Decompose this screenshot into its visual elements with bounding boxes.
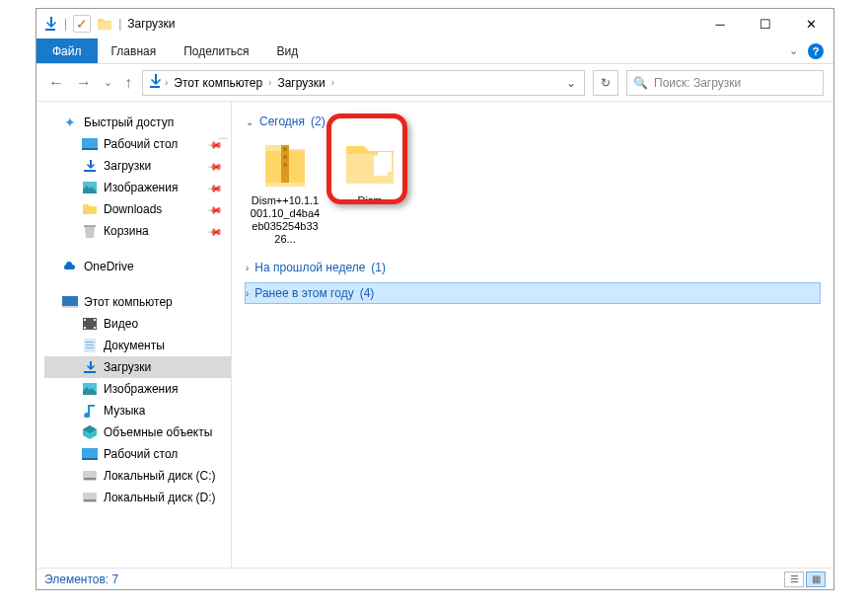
star-icon: ✦ bbox=[62, 115, 78, 130]
svg-rect-15 bbox=[86, 342, 94, 343]
minimize-button[interactable]: ─ bbox=[697, 9, 743, 38]
group-header[interactable]: › Ранее в этом году (4) bbox=[246, 283, 820, 303]
sidebar-item-downloads-en[interactable]: Downloads📌 bbox=[44, 198, 231, 220]
svg-rect-8 bbox=[62, 306, 78, 308]
sidebar-quick-access[interactable]: ✦ Быстрый доступ bbox=[44, 112, 231, 133]
svg-rect-6 bbox=[84, 225, 96, 227]
svg-rect-7 bbox=[62, 296, 78, 306]
file-tab[interactable]: Файл bbox=[36, 38, 98, 63]
sidebar-item-downloads[interactable]: Загрузки📌 bbox=[44, 155, 231, 177]
breadcrumb[interactable]: Загрузки bbox=[273, 76, 328, 90]
pictures-icon bbox=[82, 381, 98, 397]
navigation-pane: ✦ Быстрый доступ Рабочий стол📌 Загрузки📌… bbox=[36, 102, 232, 568]
group-label: Ранее в этом году bbox=[254, 286, 353, 300]
back-button[interactable]: ← bbox=[46, 74, 66, 92]
sidebar-scrollbar[interactable]: — bbox=[215, 102, 231, 568]
search-box[interactable]: 🔍 Поиск: Загрузки bbox=[626, 70, 824, 96]
help-icon[interactable]: ? bbox=[808, 43, 824, 59]
video-icon bbox=[82, 316, 98, 332]
group-last-week: › На прошлой неделе (1) bbox=[246, 258, 820, 277]
group-header[interactable]: ⌄ Сегодня (2) bbox=[246, 112, 820, 131]
file-label: Dism bbox=[357, 194, 382, 207]
svg-rect-0 bbox=[45, 29, 55, 31]
sidebar-this-pc[interactable]: Этот компьютер bbox=[44, 291, 231, 313]
search-placeholder: Поиск: Загрузки bbox=[654, 76, 741, 90]
status-items: Элементов: 7 bbox=[44, 573, 118, 586]
download-arrow-icon bbox=[82, 359, 98, 375]
chevron-right-icon: › bbox=[246, 288, 249, 299]
sidebar-item-desktop[interactable]: Рабочий стол bbox=[44, 443, 231, 465]
group-label: На прошлой неделе bbox=[254, 261, 365, 274]
svg-rect-25 bbox=[84, 499, 96, 501]
up-button[interactable]: ↑ bbox=[122, 74, 134, 92]
sidebar-item-trash[interactable]: Корзина📌 bbox=[44, 220, 231, 242]
svg-rect-3 bbox=[82, 148, 98, 150]
disk-icon bbox=[82, 490, 98, 505]
group-earlier-year: › Ранее в этом году (4) bbox=[246, 283, 820, 303]
svg-rect-1 bbox=[150, 86, 160, 88]
music-icon bbox=[82, 403, 98, 419]
details-view-button[interactable]: ☰ bbox=[784, 572, 804, 587]
svg-rect-16 bbox=[86, 344, 94, 345]
desktop-icon bbox=[82, 136, 98, 152]
sidebar-item-downloads[interactable]: Загрузки bbox=[44, 356, 231, 378]
chevron-right-icon[interactable]: › bbox=[268, 77, 271, 88]
download-arrow-icon bbox=[147, 73, 163, 92]
title-bar[interactable]: | ✓ | Загрузки ─ ☐ ✕ bbox=[36, 9, 833, 38]
sidebar-item-pictures[interactable]: Изображения📌 bbox=[44, 177, 231, 198]
separator: | bbox=[118, 17, 121, 31]
content-pane[interactable]: ⌄ Сегодня (2) Dism++10.1.1001.10_d4ba4eb… bbox=[232, 102, 833, 568]
svg-rect-28 bbox=[283, 155, 287, 159]
sidebar-item-documents[interactable]: Документы bbox=[44, 335, 231, 356]
chevron-right-icon: › bbox=[246, 263, 249, 273]
ribbon-tab-home[interactable]: Главная bbox=[98, 38, 171, 63]
explorer-window: | ✓ | Загрузки ─ ☐ ✕ Файл Главная Подели… bbox=[36, 8, 834, 590]
group-header[interactable]: › На прошлой неделе (1) bbox=[246, 258, 820, 277]
svg-rect-13 bbox=[94, 327, 96, 329]
sidebar-item-pictures[interactable]: Изображения bbox=[44, 378, 231, 400]
group-count: (4) bbox=[360, 286, 375, 300]
check-icon[interactable]: ✓ bbox=[73, 15, 91, 33]
chevron-right-icon[interactable]: › bbox=[331, 77, 334, 88]
file-label: Dism++10.1.1001.10_d4ba4eb035254b3326... bbox=[250, 194, 321, 246]
sidebar-onedrive[interactable]: OneDrive bbox=[44, 256, 231, 277]
folder-icon bbox=[97, 17, 112, 31]
svg-rect-27 bbox=[283, 147, 287, 151]
file-item-folder[interactable]: Dism bbox=[334, 137, 405, 246]
expand-ribbon-icon[interactable]: ⌄ bbox=[789, 44, 798, 57]
svg-rect-10 bbox=[84, 319, 86, 321]
refresh-button[interactable]: ↻ bbox=[593, 70, 618, 96]
sidebar-item-3d[interactable]: Объемные объекты bbox=[44, 421, 231, 443]
close-button[interactable]: ✕ bbox=[788, 9, 833, 38]
file-item-zip[interactable]: Dism++10.1.1001.10_d4ba4eb035254b3326... bbox=[250, 137, 321, 246]
pictures-icon bbox=[82, 180, 98, 195]
recent-button[interactable]: ⌄ bbox=[102, 76, 114, 89]
chevron-right-icon[interactable]: › bbox=[165, 77, 168, 88]
group-label: Сегодня bbox=[259, 115, 305, 128]
sidebar-item-video[interactable]: Видео bbox=[44, 313, 231, 335]
svg-rect-29 bbox=[283, 163, 287, 167]
sidebar-item-desktop[interactable]: Рабочий стол📌 bbox=[44, 133, 231, 155]
window-title: Загрузки bbox=[127, 17, 175, 31]
download-arrow-icon bbox=[42, 16, 58, 32]
group-count: (2) bbox=[311, 115, 326, 128]
svg-rect-21 bbox=[82, 458, 98, 460]
svg-rect-23 bbox=[84, 478, 96, 480]
svg-rect-2 bbox=[82, 138, 98, 148]
address-bar[interactable]: › Этот компьютер › Загрузки › ⌄ bbox=[142, 70, 585, 96]
sidebar-item-music[interactable]: Музыка bbox=[44, 400, 231, 421]
maximize-button[interactable]: ☐ bbox=[743, 9, 788, 38]
3d-icon bbox=[82, 424, 98, 440]
sidebar-item-disk-d[interactable]: Локальный диск (D:) bbox=[44, 487, 231, 508]
group-count: (1) bbox=[371, 261, 386, 274]
address-dropdown-icon[interactable]: ⌄ bbox=[558, 76, 584, 90]
svg-rect-11 bbox=[84, 327, 86, 329]
ribbon-tab-share[interactable]: Поделиться bbox=[170, 38, 262, 63]
breadcrumb[interactable]: Этот компьютер bbox=[170, 76, 266, 90]
sidebar-item-disk-c[interactable]: Локальный диск (C:) bbox=[44, 465, 231, 487]
icons-view-button[interactable]: ▦ bbox=[806, 572, 826, 587]
svg-rect-12 bbox=[94, 319, 96, 321]
ribbon-tab-view[interactable]: Вид bbox=[262, 38, 312, 63]
separator: | bbox=[64, 17, 67, 31]
forward-button[interactable]: → bbox=[74, 74, 94, 92]
